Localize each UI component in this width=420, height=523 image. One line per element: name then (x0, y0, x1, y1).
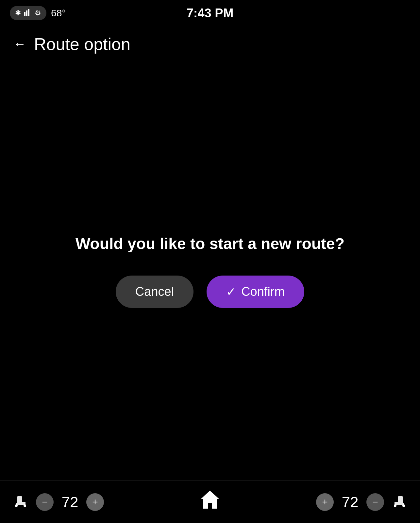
left-seat-number: 72 (60, 493, 80, 511)
right-minus-button[interactable]: − (366, 493, 384, 511)
svg-rect-1 (26, 10, 27, 16)
svg-rect-0 (24, 12, 25, 16)
svg-point-7 (394, 504, 396, 507)
right-seat-number: 72 (340, 493, 360, 511)
confirm-button[interactable]: ✓ Confirm (207, 276, 304, 308)
svg-point-4 (24, 504, 26, 507)
status-left: ✱ ⚙ 68° (10, 6, 66, 20)
checkmark-icon: ✓ (226, 285, 236, 299)
confirm-label: Confirm (241, 285, 285, 299)
left-plus-button[interactable]: + (86, 493, 104, 511)
bottom-center[interactable] (199, 489, 221, 515)
status-bar: ✱ ⚙ 68° 7:43 PM (0, 0, 420, 26)
dialog-buttons: Cancel ✓ Confirm (116, 276, 304, 308)
bottom-right-controls: + 72 − (316, 492, 407, 512)
svg-rect-2 (28, 9, 29, 16)
left-seat-icon (13, 492, 29, 512)
svg-point-3 (15, 504, 18, 507)
svg-point-6 (402, 504, 405, 507)
back-button[interactable]: ← (13, 37, 26, 51)
right-seat-icon (391, 492, 407, 512)
time: 7:43 PM (187, 6, 234, 20)
cancel-button[interactable]: Cancel (116, 276, 193, 308)
temperature: 68° (51, 8, 66, 19)
svg-marker-5 (201, 491, 219, 509)
bluetooth-icon: ✱ (15, 9, 21, 17)
left-minus-button[interactable]: − (36, 493, 54, 511)
status-icons: ✱ ⚙ (10, 6, 46, 20)
header: ← Route option (0, 26, 420, 62)
dialog-question: Would you like to start a new route? (76, 235, 344, 253)
signal-icon (24, 8, 31, 18)
bottom-left-controls: − 72 + (13, 492, 104, 512)
bottom-bar: − 72 + + 72 − (0, 481, 420, 523)
main-content: Would you like to start a new route? Can… (0, 62, 420, 481)
home-icon[interactable] (199, 489, 221, 515)
right-plus-button[interactable]: + (316, 493, 334, 511)
page-title: Route option (34, 34, 130, 54)
gear-icon: ⚙ (35, 9, 41, 17)
